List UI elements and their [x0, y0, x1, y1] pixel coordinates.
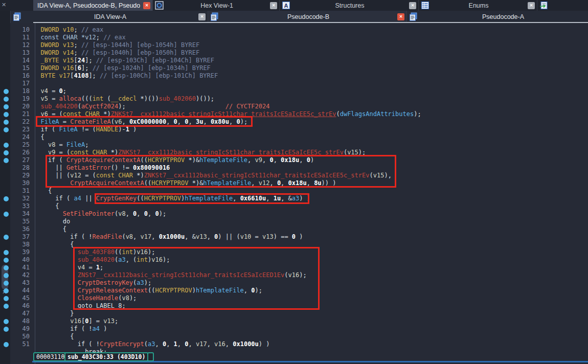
code-line[interactable]: sub_404020(a3, (int)v16); — [33, 256, 588, 264]
gutter-line[interactable]: 18 — [0, 87, 30, 95]
view-tab-pseudocode-a[interactable]: Pseudocode-A — [406, 11, 588, 23]
code-line[interactable]: if ( !a4 ) — [33, 325, 588, 333]
close-icon[interactable] — [528, 2, 535, 9]
gutter-line[interactable]: 34 — [0, 210, 30, 218]
code-line[interactable]: goto LABEL_8; — [33, 302, 588, 310]
code-line[interactable]: FileA = CreateFileA(v6, 0xC0000000, 0, 0… — [33, 118, 588, 126]
code-line[interactable]: { — [33, 241, 588, 248]
code-line[interactable]: { — [33, 333, 588, 340]
breakpoint-icon[interactable] — [4, 89, 9, 94]
gutter-line[interactable]: 17 — [0, 80, 30, 87]
breakpoint-icon[interactable] — [4, 288, 9, 293]
gutter-line[interactable]: 20 — [0, 103, 30, 110]
gutter-line[interactable]: 44 — [0, 287, 30, 294]
close-icon[interactable] — [270, 2, 277, 9]
code-line[interactable]: sub_403F80((int)v16); — [33, 248, 588, 256]
gutter-line[interactable]: 29 — [0, 172, 30, 179]
code-line[interactable] — [33, 80, 588, 87]
code-line[interactable]: CryptAcquireContextA((HCRYPTPROV *)&hTem… — [33, 179, 588, 187]
breakpoint-icon[interactable] — [4, 304, 9, 309]
gutter-line[interactable]: 43 — [0, 279, 30, 287]
gutter-line[interactable]: 33 — [0, 202, 30, 210]
gutter-line[interactable]: 47 — [0, 310, 30, 317]
close-icon[interactable] — [409, 2, 416, 9]
gutter-line[interactable]: 39 — [0, 248, 30, 256]
window-tab-ida-view-group[interactable]: IDA View-A, Pseudocode-B, Pseudocode-A, … — [33, 0, 152, 11]
pseudocode-view[interactable]: DWORD v10; // eax const CHAR *v12; // ea… — [33, 26, 588, 364]
view-tab-pseudocode-b[interactable]: Pseudocode-B — [208, 11, 406, 23]
close-icon[interactable]: ✕ — [2, 2, 6, 8]
gutter-line[interactable]: 40 — [0, 256, 30, 264]
code-line[interactable]: } — [33, 310, 588, 317]
breakpoint-icon[interactable] — [4, 273, 9, 278]
code-line[interactable]: DWORD v13; // [esp-1044h] [ebp-1054h] BY… — [33, 41, 588, 49]
code-line[interactable]: if ( CryptAcquireContextA((HCRYPTPROV *)… — [33, 156, 588, 164]
code-line[interactable]: || (v12 = (const CHAR *)ZNKSt7__cxx1112b… — [33, 172, 588, 179]
code-line[interactable]: BYTE v17[4108]; // [esp-100Ch] [ebp-101C… — [33, 72, 588, 80]
code-line[interactable]: if ( !ReadFile(v8, v17, 0x1000u, &v13, 0… — [33, 233, 588, 241]
code-line[interactable]: v4 = 0; — [33, 87, 588, 95]
gutter-line[interactable]: 32 — [0, 195, 30, 202]
gutter-line[interactable]: 30 — [0, 179, 30, 187]
breakpoint-icon[interactable] — [4, 97, 9, 102]
breakpoint-icon[interactable] — [4, 342, 9, 347]
breakpoint-icon[interactable] — [4, 196, 9, 201]
gutter-line[interactable]: 12 — [0, 41, 30, 49]
code-line[interactable]: CloseHandle(v8); — [33, 294, 588, 302]
gutter-line[interactable]: 41 — [0, 264, 30, 271]
breakpoint-icon[interactable] — [4, 235, 9, 240]
gutter-line[interactable]: 36 — [0, 225, 30, 233]
gutter-line[interactable]: 24 — [0, 133, 30, 141]
breakpoint-icon[interactable] — [4, 281, 9, 286]
code-line[interactable]: || GetLastError() != 0x80090016 — [33, 164, 588, 172]
window-tab-partial[interactable] — [537, 0, 588, 11]
close-icon[interactable] — [143, 2, 150, 9]
window-tab-enums[interactable]: Enums — [418, 0, 537, 11]
code-line[interactable]: DWORD v16[6]; // [esp-1024h] [ebp-1034h]… — [33, 64, 588, 72]
gutter-line[interactable]: 21 — [0, 110, 30, 118]
code-line[interactable]: SetFilePointer(v8, 0, 0, 0); — [33, 210, 588, 218]
gutter-line[interactable]: 46 — [0, 302, 30, 310]
gutter-line[interactable]: 42 — [0, 271, 30, 279]
view-tab-ida-view-a[interactable]: IDA View-A — [10, 11, 208, 23]
code-line[interactable]: v8 = FileA; — [33, 141, 588, 149]
code-line[interactable]: v9 = (const CHAR *)ZNKSt7__cxx1112basic_… — [33, 149, 588, 156]
gutter-line[interactable]: 51 — [0, 340, 30, 348]
gutter-line[interactable]: 14 — [0, 57, 30, 64]
gutter-line[interactable]: 11 — [0, 34, 30, 41]
gutter-line[interactable]: 50 — [0, 333, 30, 340]
gutter-line[interactable]: 27 — [0, 156, 30, 164]
breakpoint-icon[interactable] — [4, 296, 9, 301]
code-line[interactable]: CryptReleaseContext((HCRYPTPROV)hTemplat… — [33, 287, 588, 294]
window-tab-hex-view[interactable]: Hex View-1 — [152, 0, 279, 11]
gutter-line[interactable]: 25 — [0, 141, 30, 149]
code-line[interactable]: DWORD v14; // [esp-1040h] [ebp-1050h] BY… — [33, 49, 588, 57]
gutter-line[interactable]: 49 — [0, 325, 30, 333]
code-line[interactable]: const CHAR *v12; // eax — [33, 34, 588, 41]
code-line[interactable]: v6 = (const CHAR *)ZNKSt7__cxx1112basic_… — [33, 110, 588, 118]
breakpoint-icon[interactable] — [4, 158, 9, 163]
code-line[interactable]: v5 = alloca(((int (__cdecl *)())sub_4020… — [33, 95, 588, 103]
breakpoint-icon[interactable] — [4, 150, 9, 155]
gutter-line[interactable]: 19 — [0, 95, 30, 103]
code-line[interactable]: { — [33, 202, 588, 210]
code-line[interactable]: DWORD v10; // eax — [33, 26, 588, 34]
gutter-line[interactable]: 31 — [0, 187, 30, 195]
close-icon[interactable] — [397, 13, 404, 20]
code-line[interactable]: { — [33, 133, 588, 141]
code-line[interactable]: sub_4042D0(aCyctf2024); // CYCTF2024 — [33, 103, 588, 110]
code-line[interactable]: v4 = 1; — [33, 264, 588, 271]
breakpoint-icon[interactable] — [4, 212, 9, 217]
gutter-line[interactable]: 48 — [0, 317, 30, 325]
code-line[interactable]: v16[0] = v13; — [33, 317, 588, 325]
code-line[interactable]: if ( !CryptEncrypt(a3, 0, 1, 0, v17, v16… — [33, 340, 588, 348]
gutter-line[interactable]: 15 — [0, 64, 30, 72]
close-icon[interactable] — [198, 13, 206, 20]
breakpoint-icon[interactable] — [4, 258, 9, 263]
breakpoint-icon[interactable] — [4, 319, 9, 324]
window-tab-structures[interactable]: A Structures — [279, 0, 418, 11]
gutter-line[interactable]: 16 — [0, 72, 30, 80]
gutter-line[interactable]: 38 — [0, 241, 30, 248]
code-line[interactable]: if ( a4 || CryptGenKey((HCRYPTPROV)hTemp… — [33, 195, 588, 202]
gutter-line[interactable]: 28 — [0, 164, 30, 172]
